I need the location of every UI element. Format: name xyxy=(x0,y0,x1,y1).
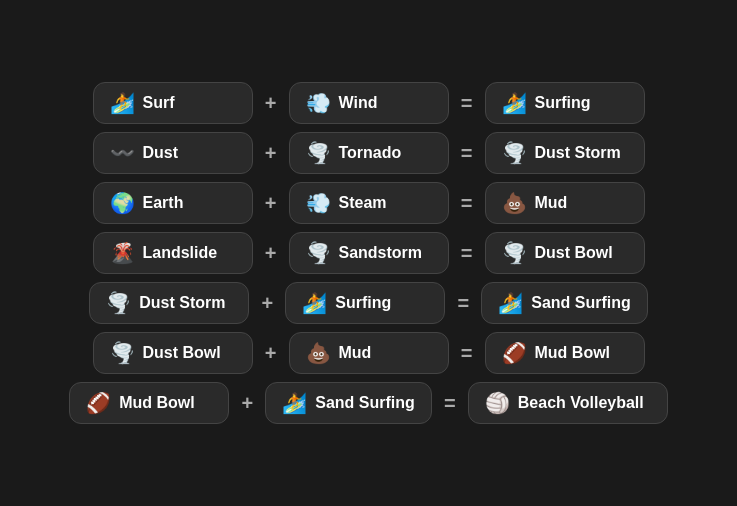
pill-label: Surf xyxy=(143,94,175,112)
plus-operator: + xyxy=(261,142,281,165)
pill-emoji: 💨 xyxy=(306,193,331,213)
plus-operator: + xyxy=(261,192,281,215)
equals-operator: = xyxy=(457,192,477,215)
pill-label: Dust Bowl xyxy=(535,244,613,262)
pill-mud[interactable]: 💩Mud xyxy=(289,332,449,374)
pill-label: Dust xyxy=(143,144,179,162)
pill-wind[interactable]: 💨Wind xyxy=(289,82,449,124)
pill-label: Sand Surfing xyxy=(531,294,631,312)
pill-emoji: 🌪️ xyxy=(502,143,527,163)
pill-emoji: 🌪️ xyxy=(106,293,131,313)
pill-beach-volleyball[interactable]: 🏐Beach Volleyball xyxy=(468,382,668,424)
pill-dust-storm[interactable]: 🌪️Dust Storm xyxy=(485,132,645,174)
pill-label: Landslide xyxy=(143,244,218,262)
pill-label: Tornado xyxy=(339,144,402,162)
pill-sand-surfing[interactable]: 🏄Sand Surfing xyxy=(265,382,432,424)
recipe-row-5: 🌪️Dust Bowl+💩Mud=🏈Mud Bowl xyxy=(10,332,727,374)
pill-emoji: 〰️ xyxy=(110,143,135,163)
recipe-row-2: 🌍Earth+💨Steam=💩Mud xyxy=(10,182,727,224)
equals-operator: = xyxy=(457,242,477,265)
pill-emoji: 💩 xyxy=(502,193,527,213)
pill-mud[interactable]: 💩Mud xyxy=(485,182,645,224)
recipe-row-0: 🏄Surf+💨Wind=🏄Surfing xyxy=(10,82,727,124)
pill-emoji: 🏄 xyxy=(502,93,527,113)
pill-surf[interactable]: 🏄Surf xyxy=(93,82,253,124)
recipe-row-3: 🌋Landslide+🌪️Sandstorm=🌪️Dust Bowl xyxy=(10,232,727,274)
equals-operator: = xyxy=(457,92,477,115)
pill-label: Mud xyxy=(535,194,568,212)
pill-emoji: 🌍 xyxy=(110,193,135,213)
equals-operator: = xyxy=(453,292,473,315)
pill-label: Mud Bowl xyxy=(119,394,195,412)
equals-operator: = xyxy=(440,392,460,415)
pill-label: Mud xyxy=(339,344,372,362)
recipe-row-6: 🏈Mud Bowl+🏄Sand Surfing=🏐Beach Volleybal… xyxy=(10,382,727,424)
pill-dust[interactable]: 〰️Dust xyxy=(93,132,253,174)
pill-emoji: 🌪️ xyxy=(502,243,527,263)
pill-label: Dust Storm xyxy=(139,294,225,312)
pill-sand-surfing[interactable]: 🏄Sand Surfing xyxy=(481,282,648,324)
pill-label: Surfing xyxy=(335,294,391,312)
pill-label: Beach Volleyball xyxy=(518,394,644,412)
pill-dust-bowl[interactable]: 🌪️Dust Bowl xyxy=(485,232,645,274)
pill-tornado[interactable]: 🌪️Tornado xyxy=(289,132,449,174)
recipe-grid: 🏄Surf+💨Wind=🏄Surfing〰️Dust+🌪️Tornado=🌪️D… xyxy=(10,82,727,424)
pill-label: Steam xyxy=(339,194,387,212)
pill-emoji: 🌪️ xyxy=(110,343,135,363)
pill-emoji: 🌋 xyxy=(110,243,135,263)
recipe-row-4: 🌪️Dust Storm+🏄Surfing=🏄Sand Surfing xyxy=(10,282,727,324)
plus-operator: + xyxy=(237,392,257,415)
pill-label: Dust Bowl xyxy=(143,344,221,362)
pill-emoji: 💨 xyxy=(306,93,331,113)
pill-emoji: 💩 xyxy=(306,343,331,363)
pill-mud-bowl[interactable]: 🏈Mud Bowl xyxy=(69,382,229,424)
plus-operator: + xyxy=(261,242,281,265)
pill-sandstorm[interactable]: 🌪️Sandstorm xyxy=(289,232,449,274)
pill-emoji: 🏈 xyxy=(502,343,527,363)
recipe-row-1: 〰️Dust+🌪️Tornado=🌪️Dust Storm xyxy=(10,132,727,174)
pill-label: Surfing xyxy=(535,94,591,112)
pill-label: Earth xyxy=(143,194,184,212)
pill-label: Mud Bowl xyxy=(535,344,611,362)
pill-dust-bowl[interactable]: 🌪️Dust Bowl xyxy=(93,332,253,374)
pill-dust-storm[interactable]: 🌪️Dust Storm xyxy=(89,282,249,324)
pill-emoji: 🌪️ xyxy=(306,243,331,263)
pill-emoji: 🏐 xyxy=(485,393,510,413)
pill-surfing[interactable]: 🏄Surfing xyxy=(285,282,445,324)
pill-label: Dust Storm xyxy=(535,144,621,162)
pill-emoji: 🌪️ xyxy=(306,143,331,163)
pill-surfing[interactable]: 🏄Surfing xyxy=(485,82,645,124)
plus-operator: + xyxy=(261,92,281,115)
pill-steam[interactable]: 💨Steam xyxy=(289,182,449,224)
plus-operator: + xyxy=(261,342,281,365)
equals-operator: = xyxy=(457,342,477,365)
pill-label: Sand Surfing xyxy=(315,394,415,412)
pill-landslide[interactable]: 🌋Landslide xyxy=(93,232,253,274)
pill-emoji: 🏄 xyxy=(110,93,135,113)
pill-earth[interactable]: 🌍Earth xyxy=(93,182,253,224)
pill-label: Sandstorm xyxy=(339,244,423,262)
plus-operator: + xyxy=(257,292,277,315)
pill-emoji: 🏈 xyxy=(86,393,111,413)
pill-emoji: 🏄 xyxy=(498,293,523,313)
equals-operator: = xyxy=(457,142,477,165)
pill-emoji: 🏄 xyxy=(282,393,307,413)
pill-label: Wind xyxy=(339,94,378,112)
pill-mud-bowl[interactable]: 🏈Mud Bowl xyxy=(485,332,645,374)
pill-emoji: 🏄 xyxy=(302,293,327,313)
